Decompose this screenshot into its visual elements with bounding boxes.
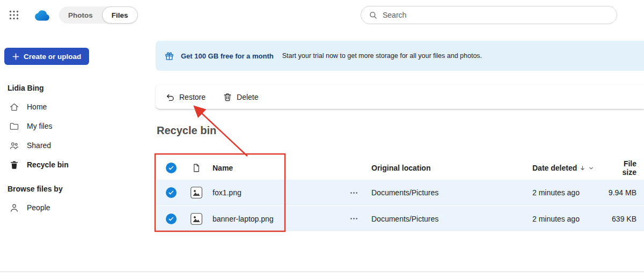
table-row[interactable]: fox1.png Documents/Pictures 2 minutes ag… [157, 180, 644, 205]
file-name: fox1.png [213, 188, 241, 197]
file-size: 639 KB [612, 215, 636, 223]
column-header-name[interactable]: Name [213, 164, 233, 172]
toggle-photos[interactable]: Photos [59, 6, 102, 24]
sidebar-item-label: Recycle bin [27, 160, 69, 169]
file-name: banner-laptop.png [213, 215, 274, 223]
page-title: Recycle bin [157, 124, 216, 137]
sidebar-item-shared[interactable]: Shared [0, 136, 150, 155]
table-row[interactable]: banner-laptop.png Documents/Pictures 2 m… [157, 205, 644, 231]
app-launcher-icon [9, 10, 19, 20]
restore-button[interactable]: Restore [163, 87, 208, 107]
column-header-file-size[interactable]: File size [623, 159, 636, 177]
more-actions-button[interactable] [346, 185, 362, 201]
search-input[interactable] [383, 11, 609, 19]
storage-promo-banner[interactable]: Get 100 GB free for a month Start your t… [156, 41, 644, 71]
row-checkbox[interactable] [166, 214, 177, 224]
more-icon [349, 214, 358, 223]
table-header: Name Original location Date deleted File… [157, 156, 644, 180]
folder-icon [9, 121, 19, 131]
image-file-icon [190, 212, 203, 225]
app-launcher-button[interactable] [9, 10, 19, 20]
plus-icon [12, 53, 19, 60]
row-checkbox[interactable] [166, 187, 177, 198]
window-bottom-border [0, 271, 644, 272]
select-all-checkbox[interactable] [166, 163, 177, 173]
chevron-down-icon[interactable] [588, 165, 594, 171]
person-icon [9, 202, 19, 213]
user-name-heading: Lidia Bing [8, 84, 44, 92]
file-size: 9.94 MB [609, 188, 636, 197]
topbar: Photos Files [0, 0, 644, 30]
document-icon [192, 163, 201, 173]
onedrive-logo[interactable] [31, 9, 52, 22]
sidebar-nav: Home My files Shared [0, 97, 150, 174]
sidebar-item-label: My files [27, 122, 52, 130]
photos-files-toggle: Photos Files [59, 6, 138, 24]
gift-icon [164, 51, 174, 61]
sidebar-item-people[interactable]: People [0, 198, 150, 217]
check-icon [167, 164, 175, 172]
date-deleted: 2 minutes ago [532, 215, 580, 223]
banner-title: Get 100 GB free for a month [181, 52, 274, 60]
onedrive-cloud-icon [31, 9, 52, 22]
delete-button[interactable]: Delete [221, 87, 260, 107]
sidebar-item-label: Home [27, 102, 47, 111]
search-icon [369, 11, 378, 20]
search-box[interactable] [361, 6, 617, 24]
create-or-upload-label: Create or upload [24, 53, 81, 61]
home-icon [9, 101, 19, 112]
column-header-date-deleted[interactable]: Date deleted [532, 164, 577, 172]
date-deleted: 2 minutes ago [532, 188, 580, 197]
check-icon [167, 189, 175, 196]
more-icon [349, 188, 358, 197]
sort-descending-icon [580, 165, 586, 171]
toggle-files[interactable]: Files [102, 6, 138, 24]
check-icon [167, 215, 175, 223]
restore-icon [165, 92, 175, 102]
delete-label: Delete [237, 93, 258, 101]
delete-icon [223, 92, 232, 102]
column-header-original-location[interactable]: Original location [371, 164, 430, 172]
people-icon [9, 140, 19, 151]
command-bar: Restore Delete [156, 85, 644, 109]
sidebar: Create or upload Lidia Bing Home My file… [0, 30, 150, 279]
recycle-bin-table: Name Original location Date deleted File… [157, 156, 644, 231]
more-actions-button[interactable] [346, 211, 362, 227]
restore-label: Restore [179, 93, 206, 101]
original-location: Documents/Pictures [371, 215, 438, 223]
sidebar-item-my-files[interactable]: My files [0, 116, 150, 136]
create-or-upload-button[interactable]: Create or upload [4, 48, 89, 65]
sidebar-browse-nav: People [0, 198, 150, 217]
sidebar-item-recycle-bin[interactable]: Recycle bin [0, 155, 150, 174]
sidebar-item-label: People [27, 203, 50, 212]
sidebar-item-home[interactable]: Home [0, 97, 150, 116]
browse-files-by-heading: Browse files by [8, 185, 63, 193]
image-file-icon [190, 186, 203, 199]
banner-subtitle: Start your trial now to get more storage… [282, 52, 482, 60]
original-location: Documents/Pictures [371, 188, 438, 197]
sidebar-item-label: Shared [27, 141, 51, 150]
trash-icon [9, 159, 19, 170]
main-content: Get 100 GB free for a month Start your t… [150, 30, 644, 279]
